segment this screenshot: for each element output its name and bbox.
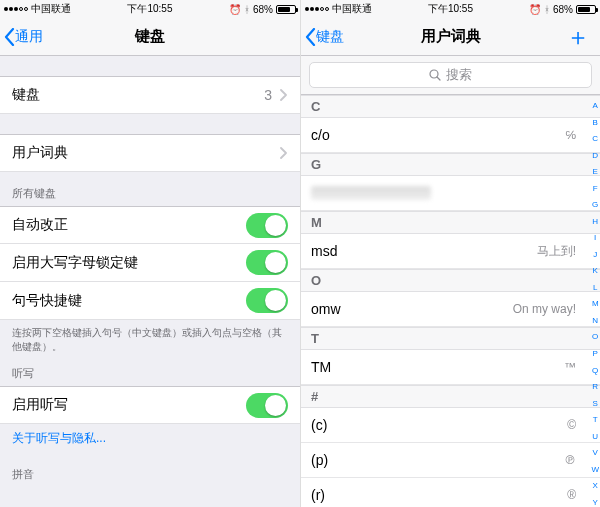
battery-percent: 68% — [553, 4, 573, 15]
status-bar: 中国联通 下午10:55 ⏰ ᚼ 68% — [301, 0, 600, 18]
index-letter[interactable]: R — [591, 382, 599, 391]
phrase-label: ™ — [564, 360, 576, 374]
battery-percent: 68% — [253, 4, 273, 15]
capslock-cell: 启用大写字母锁定键 — [0, 244, 300, 282]
dictionary-row[interactable]: TM™ — [301, 350, 600, 385]
index-letter[interactable]: W — [591, 465, 599, 474]
autocorrect-toggle[interactable] — [246, 213, 288, 238]
index-letter[interactable]: A — [591, 101, 599, 110]
user-dictionary-screen: 中国联通 下午10:55 ⏰ ᚼ 68% 键盘 用户词典 ＋ 搜索 — [300, 0, 600, 507]
index-letter[interactable]: N — [591, 316, 599, 325]
group-header-all-keyboards: 所有键盘 — [0, 172, 300, 206]
dictionary-row[interactable]: c/o℅ — [301, 118, 600, 153]
chevron-left-icon — [305, 28, 316, 46]
index-letter[interactable]: Q — [591, 366, 599, 375]
period-shortcut-toggle[interactable] — [246, 288, 288, 313]
chevron-right-icon — [280, 147, 288, 159]
index-letter[interactable]: V — [591, 448, 599, 457]
dictionary-row[interactable]: (c)© — [301, 408, 600, 443]
user-dictionary-cell[interactable]: 用户词典 — [0, 134, 300, 172]
signal-strength-icon — [305, 7, 329, 11]
back-label: 通用 — [15, 28, 43, 46]
nav-bar: 键盘 用户词典 ＋ — [301, 18, 600, 56]
section-header: T — [301, 327, 600, 350]
cell-label: 启用大写字母锁定键 — [12, 254, 138, 272]
section-index[interactable]: ABCDEFGHIJKLMNOPQRSTUVWXYZ# — [591, 99, 599, 507]
dictionary-row[interactable] — [301, 176, 600, 211]
period-footer-text: 连按两下空格键插入句号（中文键盘）或插入句点与空格（其他键盘）。 — [0, 320, 300, 360]
nav-bar: 通用 键盘 — [0, 18, 300, 56]
search-icon — [429, 69, 441, 81]
cell-label: 句号快捷键 — [12, 292, 82, 310]
section-header: O — [301, 269, 600, 292]
index-letter[interactable]: O — [591, 332, 599, 341]
keyboards-count: 3 — [264, 87, 272, 103]
dictionary-row[interactable]: (p)℗ — [301, 443, 600, 478]
shortcut-label: (r) — [311, 487, 325, 503]
index-letter[interactable]: J — [591, 250, 599, 259]
carrier-label: 中国联通 — [31, 2, 71, 16]
index-letter[interactable]: Y — [591, 498, 599, 507]
index-letter[interactable]: L — [591, 283, 599, 292]
dictation-privacy-link[interactable]: 关于听写与隐私... — [0, 424, 300, 453]
svg-line-1 — [437, 77, 440, 80]
index-letter[interactable]: S — [591, 399, 599, 408]
search-input[interactable]: 搜索 — [309, 62, 592, 88]
dictionary-row[interactable]: msd马上到! — [301, 234, 600, 269]
group-header-dictation: 听写 — [0, 360, 300, 386]
cell-label: 启用听写 — [12, 396, 68, 414]
battery-icon — [276, 5, 296, 14]
index-letter[interactable]: F — [591, 184, 599, 193]
dictionary-row[interactable]: (r)® — [301, 478, 600, 507]
index-letter[interactable]: X — [591, 481, 599, 490]
index-letter[interactable]: U — [591, 432, 599, 441]
dictionary-list[interactable]: Cc/o℅GMmsd马上到!OomwOn my way!TTM™#(c)©(p)… — [301, 95, 600, 507]
index-letter[interactable]: H — [591, 217, 599, 226]
cell-label: 自动改正 — [12, 216, 68, 234]
page-title: 用户词典 — [421, 27, 481, 46]
status-time: 下午10:55 — [127, 2, 172, 16]
shortcut-label: c/o — [311, 127, 330, 143]
dictionary-row[interactable]: omwOn my way! — [301, 292, 600, 327]
phrase-label: ℅ — [565, 128, 576, 142]
section-header: C — [301, 95, 600, 118]
alarm-icon: ⏰ — [529, 4, 541, 15]
index-letter[interactable]: I — [591, 233, 599, 242]
section-header: # — [301, 385, 600, 408]
phrase-label: On my way! — [513, 302, 576, 316]
page-title: 键盘 — [135, 27, 165, 46]
index-letter[interactable]: B — [591, 118, 599, 127]
index-letter[interactable]: C — [591, 134, 599, 143]
dictation-toggle[interactable] — [246, 393, 288, 418]
add-button[interactable]: ＋ — [566, 25, 590, 49]
shortcut-label: TM — [311, 359, 331, 375]
capslock-toggle[interactable] — [246, 250, 288, 275]
back-button[interactable]: 键盘 — [305, 28, 344, 46]
back-button[interactable]: 通用 — [4, 28, 43, 46]
chevron-right-icon — [280, 89, 288, 101]
section-header: M — [301, 211, 600, 234]
index-letter[interactable]: T — [591, 415, 599, 424]
cell-label: 用户词典 — [12, 144, 68, 162]
index-letter[interactable]: M — [591, 299, 599, 308]
index-letter[interactable]: E — [591, 167, 599, 176]
index-letter[interactable]: K — [591, 266, 599, 275]
keyboard-settings-screen: 中国联通 下午10:55 ⏰ ᚼ 68% 通用 键盘 键盘 3 — [0, 0, 300, 507]
index-letter[interactable]: P — [591, 349, 599, 358]
phrase-label: ℗ — [564, 453, 576, 467]
alarm-icon: ⏰ — [229, 4, 241, 15]
group-header-pinyin: 拼音 — [0, 453, 300, 487]
index-letter[interactable]: D — [591, 151, 599, 160]
carrier-label: 中国联通 — [332, 2, 372, 16]
battery-icon — [576, 5, 596, 14]
shortcut-label: msd — [311, 243, 337, 259]
signal-strength-icon — [4, 7, 28, 11]
index-letter[interactable]: G — [591, 200, 599, 209]
bluetooth-icon: ᚼ — [544, 4, 550, 15]
phrase-label: 马上到! — [537, 243, 576, 260]
cell-label: 键盘 — [12, 86, 40, 104]
section-header: G — [301, 153, 600, 176]
keyboards-cell[interactable]: 键盘 3 — [0, 76, 300, 114]
phrase-label: © — [567, 418, 576, 432]
back-label: 键盘 — [316, 28, 344, 46]
